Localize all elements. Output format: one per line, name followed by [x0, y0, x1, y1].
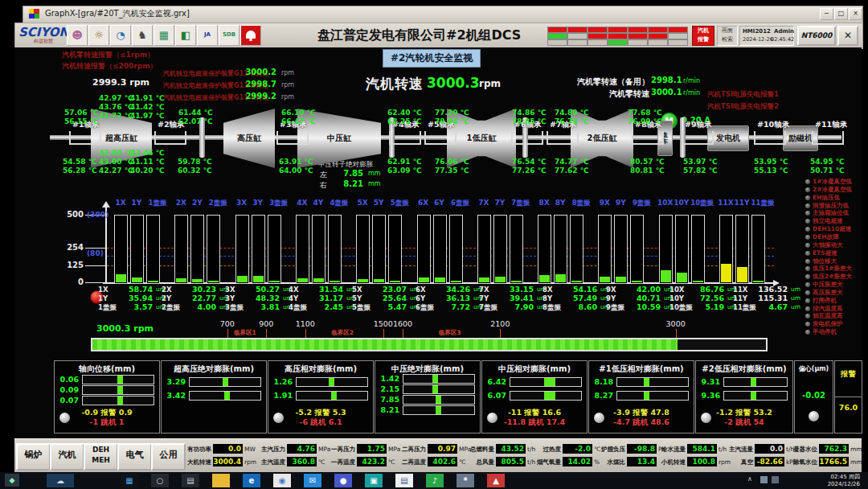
vibration-value-label: 1X [98, 286, 108, 294]
search-icon[interactable]: ○ [151, 474, 169, 487]
rpm-tick-label: 700 [211, 319, 244, 328]
vibration-value: 31.54 [306, 285, 343, 294]
display-icon[interactable]: ▦ [154, 25, 174, 46]
ip-expansion-left-unit: mm [368, 170, 381, 177]
bearing-bracket [389, 131, 421, 145]
users-icon[interactable]: ☻ [67, 25, 88, 46]
trip-condition-label: 轴位移大 [813, 257, 837, 265]
panel-gauge-tick [644, 378, 649, 386]
chrome-browser-icon[interactable]: ◉ [273, 474, 291, 487]
bearing-temp-top: 66.10 ℃ [281, 109, 316, 117]
bearing-temp-bottom: 77.26 ℃ [512, 166, 547, 175]
panel-gauge [510, 377, 582, 387]
vibration-bar-fill [555, 274, 566, 282]
schedule-icon[interactable]: ◔ [110, 25, 131, 46]
critical-zone-label: 临界区3 [439, 329, 461, 337]
bearing-temp-top: 78.94 ℃ [435, 117, 469, 125]
alarm-grid-cell [668, 39, 688, 46]
nav-common-button[interactable]: 公用 [151, 443, 186, 471]
store-icon[interactable]: ▣ [365, 474, 383, 487]
screen-search-button[interactable]: 画面 检索 [717, 26, 738, 46]
vibration-bar [675, 215, 689, 284]
metric-value: 762.3 [819, 444, 849, 454]
exit-button[interactable]: ✕ [837, 26, 858, 46]
vibration-bar [235, 215, 249, 284]
nav-boiler-button[interactable]: 锅炉 [16, 443, 51, 471]
tray-expand-icon[interactable]: ∧ [747, 475, 752, 483]
nav-turbine-button[interactable]: 汽机 [50, 443, 84, 471]
vibration-bar-label-x: 8X [535, 199, 553, 207]
trip-condition-lamp [805, 243, 810, 248]
folder-icon[interactable] [212, 474, 230, 487]
document-icon[interactable]: ▤ [395, 474, 413, 487]
minimize-button[interactable]: ─ [820, 8, 833, 20]
trip-condition-label: 排汽温度高 [813, 305, 843, 313]
nav-deh-meh-button[interactable]: DEH MEH [84, 443, 118, 471]
rpm-tick-mark [305, 329, 306, 338]
panel-gauge-tick [223, 378, 228, 386]
vibration-bar-label-cover: 9盖振 [627, 199, 656, 208]
trip-condition-label: 手动停机 [813, 328, 837, 336]
overspeed-device-unit: rpm [281, 69, 294, 76]
cylinder-label: 2低压缸 [588, 133, 617, 144]
panel-trip-limits: -4.7 跳机 48.6 [589, 417, 694, 428]
files-icon[interactable]: ◧ [175, 25, 196, 46]
alarm-grid-cell [608, 33, 628, 39]
rpm-tick-mark [266, 329, 267, 338]
metric-unit: MPa [459, 446, 471, 453]
bearing-temp-bottom: 55.13 ℃ [754, 166, 788, 175]
hmi-station: HMI2012 [743, 28, 771, 35]
panel-value: 0.06 [56, 375, 79, 384]
hmi-time: 02:45:42 [771, 36, 794, 43]
weather-widget-icon[interactable]: ☁ [47, 474, 74, 487]
taskbar-clock[interactable]: 02:45 周四 2024/12/26 [796, 474, 860, 488]
metric-label: 总燃料量 [470, 446, 494, 454]
engineer-icon[interactable]: ♞ [132, 25, 153, 46]
rpm-tick-mark [500, 329, 501, 338]
metric-label: 给水流量 [661, 446, 686, 454]
trip-condition-lamp [805, 179, 810, 184]
vibration-bar-fill [737, 267, 747, 282]
tray-volume-icon[interactable] [772, 476, 779, 483]
start-icon[interactable]: ▦ [121, 474, 138, 487]
vibration-value: 4.00 [179, 302, 216, 311]
vibration-bar [356, 215, 370, 284]
alarm-bell-icon[interactable] [240, 25, 261, 46]
turbine-alarm-button[interactable]: 汽机 报警 [692, 26, 714, 46]
panel-title: 中压相对膨胀(mm) [482, 364, 587, 375]
settings-icon[interactable]: * [457, 474, 474, 487]
vibration-value-label: 11X [733, 286, 747, 294]
vibration-bar-fill [148, 281, 158, 282]
tray-network-icon[interactable] [760, 476, 768, 483]
task-view-icon[interactable]: ▤ [182, 474, 199, 487]
vibration-bar-label-x: 7X [475, 199, 493, 207]
chat-icon[interactable]: ● [334, 474, 352, 487]
tools-icon[interactable]: ☼ [88, 25, 109, 46]
metric-label: 主汽压力 [261, 446, 285, 454]
nav-electrical-button[interactable]: 电气 [117, 443, 152, 471]
mail-icon[interactable]: ✉ [304, 474, 321, 487]
sdb-logo-icon[interactable]: SDB [219, 25, 240, 46]
vibration-value-unit: um [791, 286, 800, 293]
vibration-value: 4.67 [751, 302, 788, 311]
panel-gauge [82, 396, 154, 405]
security-icon[interactable]: ▲ [487, 474, 505, 487]
vibration-bar [433, 215, 447, 284]
metric-unit: % [594, 458, 600, 466]
nt6000-logo: NT6000 [797, 26, 836, 46]
maximize-button[interactable]: □ [834, 8, 848, 20]
ja-logo-icon[interactable]: JA [197, 25, 218, 46]
metric-value: 3000.4 [213, 457, 243, 466]
edge-browser-icon[interactable]: e [243, 474, 260, 487]
media-icon[interactable]: ♪ [426, 474, 444, 487]
agent-icon[interactable]: ◆ [5, 474, 19, 487]
bearing-bracket [812, 131, 844, 145]
trip-condition-label: 打闸停机 [813, 297, 837, 305]
vibration-bar [493, 215, 507, 284]
bearing-label: #10轴承 [757, 120, 789, 130]
main-speed-label: 汽机转速 [366, 75, 424, 93]
metric-label: 一再压力 [331, 446, 355, 454]
alarm-grid-cell [648, 27, 668, 33]
vibration-value-label: 8盖振 [542, 303, 561, 313]
close-button[interactable]: × [849, 8, 862, 20]
